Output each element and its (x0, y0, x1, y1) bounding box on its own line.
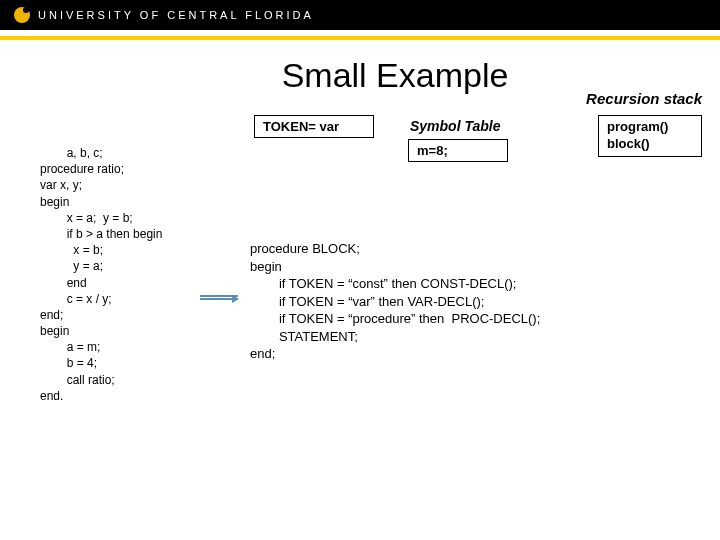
symbol-table-label: Symbol Table (410, 118, 501, 134)
recursion-stack-box: program() block() (598, 115, 702, 157)
arrow-icon (200, 298, 238, 300)
stack-line-1: program() (607, 119, 693, 136)
gold-divider (0, 36, 720, 40)
left-source-code: a, b, c; procedure ratio; var x, y; begi… (40, 145, 162, 404)
token-box: TOKEN= var (254, 115, 374, 138)
university-name: UNIVERSITY OF CENTRAL FLORIDA (38, 9, 314, 21)
right-procedure-code: procedure BLOCK; begin if TOKEN = “const… (250, 240, 540, 363)
recursion-stack-label: Recursion stack (586, 90, 702, 107)
ucf-logo-icon (14, 7, 30, 23)
header-bar: UNIVERSITY OF CENTRAL FLORIDA (0, 0, 720, 30)
symbol-table-entry: m=8; (408, 139, 508, 162)
stack-line-2: block() (607, 136, 693, 153)
